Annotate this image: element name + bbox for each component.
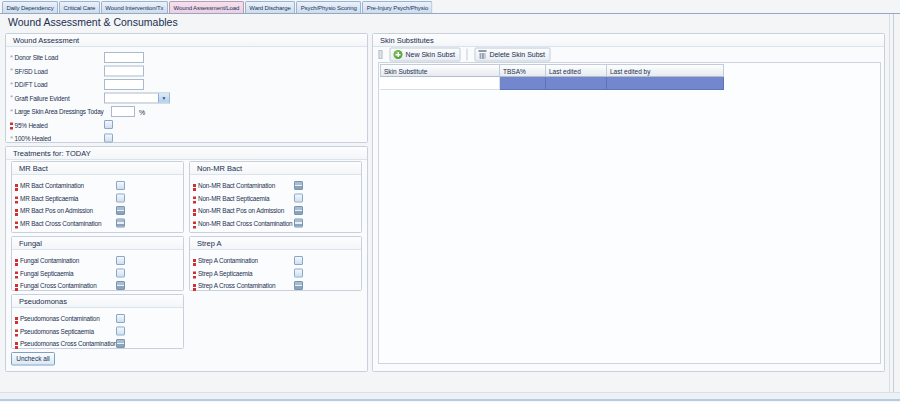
treatment-label: Pseudomonas Contamination <box>20 315 100 323</box>
treatment-row: MR Bact Septicaemia <box>12 193 183 206</box>
dropdown-button[interactable]: ▾ <box>158 94 169 103</box>
checkbox[interactable] <box>294 256 303 265</box>
checkbox[interactable] <box>116 281 125 290</box>
checkbox[interactable] <box>116 194 125 203</box>
field-label: Large Skin Area Dressings Today <box>15 108 104 116</box>
treatment-label: Non-MR Bact Pos on Admission <box>198 207 284 215</box>
checkbox[interactable] <box>104 134 113 143</box>
checkbox[interactable] <box>294 281 303 290</box>
treatments-panel-title: Treatments for: TODAY <box>6 147 367 160</box>
treatment-label: Pseudomonas Septicaemia <box>20 328 94 336</box>
treatment-row: MR Bact Cross Contamination <box>12 218 183 231</box>
checkbox[interactable] <box>116 181 125 190</box>
percent-input[interactable] <box>111 106 135 117</box>
treatments-panel: Treatments for: TODAY MR BactMR Bact Con… <box>5 146 368 372</box>
dropdown-input[interactable]: ▾ <box>104 93 170 104</box>
checkbox[interactable] <box>116 206 125 215</box>
field-row: 95% Healed <box>6 119 367 133</box>
column-header-tbsa-[interactable]: TBSA% <box>500 64 546 77</box>
checkbox[interactable] <box>294 206 303 215</box>
treatment-label: Non-MR Bact Contamination <box>198 182 275 190</box>
table-cell[interactable] <box>500 77 546 90</box>
field-row: *DD/FT Load <box>6 78 367 92</box>
treatment-group-fungal: FungalFungal ContaminationFungal Septica… <box>11 236 184 291</box>
tab-daily-dependency[interactable]: Daily Dependency <box>2 1 58 13</box>
treatment-row: Strep A Septicaemia <box>190 268 361 281</box>
skin-substitutes-panel-title: Skin Substitutes <box>373 34 884 47</box>
table-cell[interactable] <box>546 77 607 90</box>
treatment-group-mr-bact: MR BactMR Bact ContaminationMR Bact Sept… <box>11 161 184 233</box>
text-input[interactable] <box>104 79 144 90</box>
treatment-row: Non-MR Bact Septicaemia <box>190 193 361 206</box>
checkbox[interactable] <box>116 256 125 265</box>
tab-psych-physio-scoring[interactable]: Psych/Physio Scoring <box>296 1 361 13</box>
checkbox[interactable] <box>294 181 303 190</box>
treatment-row: Non-MR Bact Contamination <box>190 180 361 193</box>
field-label: 95% Healed <box>15 122 48 130</box>
field-label: Graft Failure Evident <box>15 95 70 103</box>
treatment-row: Fungal Contamination <box>12 255 183 268</box>
bottom-accent-line <box>0 399 900 401</box>
checkbox[interactable] <box>104 120 113 129</box>
table-cell[interactable] <box>380 77 500 90</box>
checkbox[interactable] <box>294 194 303 203</box>
treatment-label: Pseudomonas Cross Contamination <box>20 340 117 348</box>
new-skin-subst-label: New Skin Subst <box>406 51 455 59</box>
treatment-group-title: Non-MR Bact <box>190 162 361 175</box>
treatment-label: Strep A Contamination <box>198 257 258 265</box>
tab-ward-discharge[interactable]: Ward Discharge <box>245 1 295 13</box>
treatment-label: Non-MR Bact Cross Contamination <box>198 220 293 228</box>
tab-pre-injury-psych-physio[interactable]: Pre-Injury Psych/Physio <box>362 1 432 13</box>
checkbox[interactable] <box>116 219 125 228</box>
percent-suffix: % <box>139 108 145 116</box>
treatment-group-title: Strep A <box>190 237 361 250</box>
treatment-group-title: Pseudomonas <box>12 295 183 308</box>
table-row[interactable] <box>380 77 724 90</box>
uncheck-all-button[interactable]: Uncheck all <box>11 352 55 366</box>
field-label: SF/SD Load <box>15 68 48 76</box>
treatment-group-title: MR Bact <box>12 162 183 175</box>
field-label: DD/FT Load <box>15 81 48 89</box>
checkbox[interactable] <box>116 339 125 348</box>
treatment-label: MR Bact Cross Contamination <box>20 220 101 228</box>
add-icon <box>394 50 403 59</box>
field-row: *Large Skin Area Dressings Today% <box>6 105 367 119</box>
treatment-row: Fungal Cross Contamination <box>12 280 183 293</box>
treatment-row: Pseudomonas Septicaemia <box>12 326 183 339</box>
wound-assessment-panel: Wound Assessment *Donor Site Load*SF/SD … <box>5 33 368 143</box>
new-skin-subst-button[interactable]: New Skin Subst <box>390 48 461 62</box>
window-border-inner <box>893 14 894 392</box>
field-label: Donor Site Load <box>15 54 59 62</box>
checkbox[interactable] <box>294 219 303 228</box>
treatment-group-pseudomonas: PseudomonasPseudomonas ContaminationPseu… <box>11 294 184 349</box>
page-title: Wound Assessment & Consumables <box>8 17 178 29</box>
field-row: *Graft Failure Evident▾ <box>6 92 367 106</box>
column-header-last-edited[interactable]: Last edited <box>546 64 607 77</box>
treatment-row: Non-MR Bact Pos on Admission <box>190 205 361 218</box>
delete-skin-subst-label: Delete Skin Subst <box>489 51 545 59</box>
table-cell[interactable] <box>607 77 724 90</box>
checkbox[interactable] <box>116 314 125 323</box>
skin-substitutes-toolbar: New Skin Subst Delete Skin Subst <box>376 47 551 62</box>
column-header-skin-substitute[interactable]: Skin Substitute <box>380 64 500 77</box>
column-header-last-edited-by[interactable]: Last edited by <box>607 64 724 77</box>
checkbox[interactable] <box>116 327 125 336</box>
treatment-label: MR Bact Pos on Admission <box>20 207 93 215</box>
window-border-outer <box>889 14 890 392</box>
tab-wound-intervention-tx[interactable]: Wound Intervention/Tx <box>101 1 168 13</box>
tab-wound-assessment-load[interactable]: Wound Assessment/Load <box>169 1 244 13</box>
treatment-label: Fungal Contamination <box>20 257 79 265</box>
field-label: 100% Healed <box>15 135 52 143</box>
text-input[interactable] <box>104 66 144 77</box>
checkbox[interactable] <box>116 269 125 278</box>
text-input[interactable] <box>104 52 144 63</box>
skin-substitutes-grid: Skin SubstituteTBSA%Last editedLast edit… <box>378 62 881 364</box>
delete-skin-subst-button[interactable]: Delete Skin Subst <box>474 48 550 62</box>
treatment-row: MR Bact Contamination <box>12 180 183 193</box>
tab-critical-care[interactable]: Critical Care <box>59 1 100 13</box>
treatment-group-non-mr-bact: Non-MR BactNon-MR Bact ContaminationNon-… <box>189 161 362 233</box>
trash-icon <box>478 50 486 59</box>
checkbox[interactable] <box>294 269 303 278</box>
treatment-row: Strep A Cross Contamination <box>190 280 361 293</box>
skin-substitutes-panel: Skin Substitutes New Skin Subst Delete S… <box>372 33 885 372</box>
